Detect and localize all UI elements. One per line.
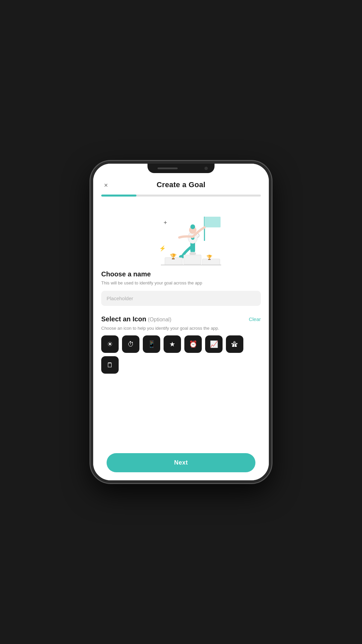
name-section: Choose a name This will be used to ident… (101, 270, 261, 315)
road-icon[interactable]: 🛣 (226, 335, 243, 353)
close-button[interactable]: × (101, 180, 111, 190)
icon-section: Select an Icon (Optional) Clear Choose a… (101, 315, 261, 374)
icon-section-heading: Select an Icon (Optional) (101, 315, 171, 323)
svg-text:⚡: ⚡ (159, 245, 166, 252)
svg-point-8 (190, 224, 195, 229)
icons-grid: ☀⏱📱★⏰📈🛣🗒 (101, 335, 261, 374)
timer-icon[interactable]: ⏰ (184, 335, 202, 353)
clock-check-icon[interactable]: ⏱ (122, 335, 139, 353)
phone-icon[interactable]: 📱 (143, 335, 160, 353)
progress-container (93, 193, 269, 200)
svg-text:+: + (164, 219, 167, 226)
page-title: Create a Goal (157, 180, 205, 189)
icon-section-desc: Choose an icon to help you identify your… (101, 326, 261, 331)
svg-text:🏆: 🏆 (170, 253, 177, 260)
next-button[interactable]: Next (107, 453, 255, 472)
content-area: Choose a name This will be used to ident… (93, 270, 269, 448)
clear-button[interactable]: Clear (249, 316, 261, 322)
goal-name-input[interactable] (101, 291, 261, 306)
header: × Create a Goal (93, 176, 269, 193)
name-section-subtitle: This will be used to identify your goal … (101, 280, 261, 286)
progress-track (101, 195, 261, 197)
goal-illustration: + ⚡ (141, 201, 221, 268)
svg-rect-4 (204, 217, 221, 227)
notes-icon[interactable]: 🗒 (101, 356, 119, 374)
chart-icon[interactable]: 📈 (205, 335, 223, 353)
icon-section-header: Select an Icon (Optional) Clear (101, 315, 261, 323)
svg-rect-12 (184, 255, 201, 264)
sun-icon[interactable]: ☀ (101, 335, 119, 353)
bottom-bar: Next (93, 448, 269, 480)
illustration-container: + ⚡ (93, 200, 269, 270)
name-section-title: Choose a name (101, 270, 261, 278)
progress-fill (101, 195, 136, 197)
svg-text:🏆: 🏆 (206, 255, 213, 260)
icon-section-optional: (Optional) (148, 317, 171, 322)
phone-frame: × Create a Goal + ⚡ (90, 161, 272, 483)
screen: × Create a Goal + ⚡ (93, 164, 269, 480)
notch (147, 164, 215, 173)
star-icon[interactable]: ★ (164, 335, 181, 353)
icon-section-title: Select an Icon (101, 315, 146, 323)
